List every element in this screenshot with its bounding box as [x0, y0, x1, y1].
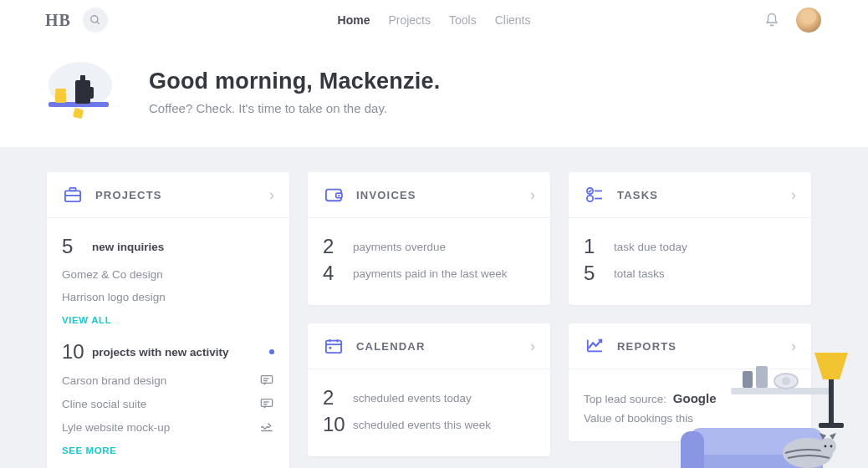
stat-count: 10	[323, 415, 343, 435]
message-icon	[259, 397, 274, 410]
nav-tools[interactable]: Tools	[449, 13, 477, 27]
stat-count: 4	[323, 263, 343, 283]
svg-line-1	[97, 22, 100, 24]
nav: Home Projects Tools Clients	[177, 13, 691, 27]
search-icon	[89, 14, 101, 26]
list-item[interactable]: Gomez & Co design	[62, 263, 274, 286]
stat-count: 5	[584, 263, 604, 283]
nav-clients[interactable]: Clients	[495, 13, 531, 27]
stat-label: payments paid in the last week	[353, 267, 508, 280]
logo[interactable]: HB	[10, 11, 71, 30]
invoices-header[interactable]: INVOICES ›	[308, 172, 550, 218]
calendar-title: CALENDAR	[356, 340, 426, 353]
page-subtitle: Coffee? Check. It's time to take on the …	[149, 101, 440, 115]
stat-count: 2	[323, 237, 343, 257]
see-more-link[interactable]: SEE MORE	[62, 445, 117, 455]
nav-projects[interactable]: Projects	[388, 13, 431, 27]
bookings-label: Value of bookings this	[584, 412, 693, 425]
chevron-right-icon: ›	[530, 338, 535, 355]
chart-icon	[584, 337, 605, 355]
main: PROJECTS › 5 new inquiries Gomez & Co de…	[0, 147, 868, 468]
inquiries-label: new inquiries	[92, 241, 164, 253]
hero: Good morning, Mackenzie. Coffee? Check. …	[0, 40, 868, 147]
signature-icon	[259, 420, 274, 434]
wallet-icon	[323, 186, 345, 204]
svg-point-22	[338, 195, 340, 196]
stat-label: total tasks	[614, 267, 665, 280]
activity-item[interactable]: Carson brand design	[62, 369, 274, 392]
checklist-icon	[584, 186, 605, 204]
activity-item[interactable]: Cline social suite	[62, 392, 274, 415]
calendar-card: CALENDAR › 2 scheduled events today 10 s…	[308, 323, 550, 456]
chevron-right-icon: ›	[269, 186, 274, 204]
lead-source-label: Top lead source:	[584, 393, 666, 405]
stat-count: 2	[323, 388, 343, 408]
invoices-title: INVOICES	[356, 189, 416, 201]
stat-count: 1	[584, 237, 604, 257]
svg-point-45	[830, 445, 833, 448]
stat-label: scheduled events this week	[353, 419, 491, 431]
projects-header[interactable]: PROJECTS ›	[47, 172, 289, 218]
bell-icon	[764, 13, 779, 28]
avatar[interactable]	[796, 8, 821, 33]
svg-rect-11	[69, 188, 75, 191]
calendar-icon	[323, 337, 345, 355]
activity-count: 10	[62, 342, 82, 362]
projects-title: PROJECTS	[95, 189, 162, 201]
chevron-right-icon: ›	[791, 338, 796, 355]
activity-item[interactable]: Lyle website mock-up	[62, 415, 274, 439]
search-button[interactable]	[83, 8, 108, 33]
calendar-header[interactable]: CALENDAR ›	[308, 323, 550, 369]
svg-point-44	[825, 445, 827, 448]
message-icon	[259, 374, 274, 387]
briefcase-icon	[62, 186, 84, 204]
activity-label: projects with new activity	[92, 346, 229, 359]
lead-source-value: Google	[673, 391, 717, 405]
view-all-link[interactable]: VIEW ALL	[62, 315, 111, 325]
activity-item-label: Lyle website mock-up	[62, 421, 259, 434]
chevron-right-icon: ›	[530, 186, 535, 204]
stat-label: scheduled events today	[353, 392, 472, 404]
stat-label: payments overdue	[353, 241, 446, 253]
svg-rect-37	[829, 379, 834, 425]
page-title: Good morning, Mackenzie.	[149, 69, 440, 94]
hero-illustration	[47, 60, 125, 124]
activity-indicator-dot	[269, 349, 274, 354]
svg-rect-7	[55, 92, 66, 103]
svg-rect-38	[819, 423, 844, 428]
svg-point-30	[587, 196, 593, 201]
inquiries-count: 5	[62, 237, 82, 257]
stat-label: task due today	[614, 241, 687, 253]
svg-rect-8	[55, 89, 66, 92]
reports-title: REPORTS	[617, 340, 677, 353]
nav-home[interactable]: Home	[338, 13, 370, 27]
svg-rect-6	[80, 75, 85, 81]
invoices-card: INVOICES › 2 payments overdue 4 payments…	[308, 172, 550, 305]
topbar: HB Home Projects Tools Clients	[0, 0, 868, 40]
reports-header[interactable]: REPORTS ›	[569, 323, 811, 369]
svg-rect-23	[326, 341, 341, 354]
svg-point-0	[91, 16, 98, 23]
tasks-header[interactable]: TASKS ›	[569, 172, 811, 218]
svg-rect-13	[261, 376, 272, 384]
svg-rect-27	[329, 347, 332, 349]
notifications-button[interactable]	[763, 11, 781, 29]
tasks-title: TASKS	[617, 189, 658, 201]
projects-card: PROJECTS › 5 new inquiries Gomez & Co de…	[47, 172, 289, 468]
list-item[interactable]: Harrison logo design	[62, 286, 274, 308]
activity-item-label: Cline social suite	[62, 398, 259, 410]
svg-rect-9	[73, 108, 84, 119]
tasks-card: TASKS › 1 task due today 5 total tasks	[569, 172, 811, 305]
activity-item-label: Carson brand design	[62, 374, 259, 387]
reports-card: REPORTS › Top lead source: Google Value …	[569, 323, 811, 441]
svg-rect-16	[261, 399, 272, 407]
chevron-right-icon: ›	[791, 186, 796, 204]
svg-rect-5	[87, 87, 94, 99]
svg-point-43	[819, 438, 836, 455]
